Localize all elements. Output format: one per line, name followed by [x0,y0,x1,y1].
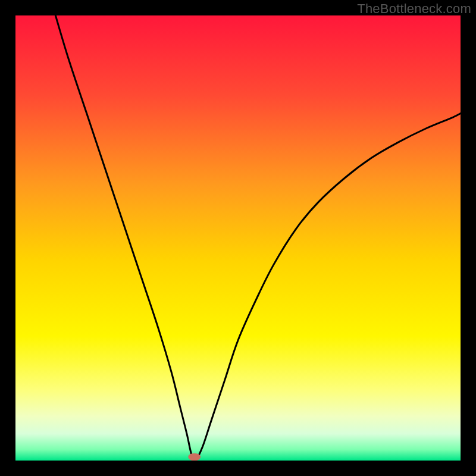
chart-frame: TheBottleneck.com [0,0,476,476]
watermark-text: TheBottleneck.com [357,1,471,17]
plot-area [15,15,461,461]
optimal-point-marker [188,453,201,461]
gradient-background [15,15,461,461]
plot-svg [15,15,461,461]
